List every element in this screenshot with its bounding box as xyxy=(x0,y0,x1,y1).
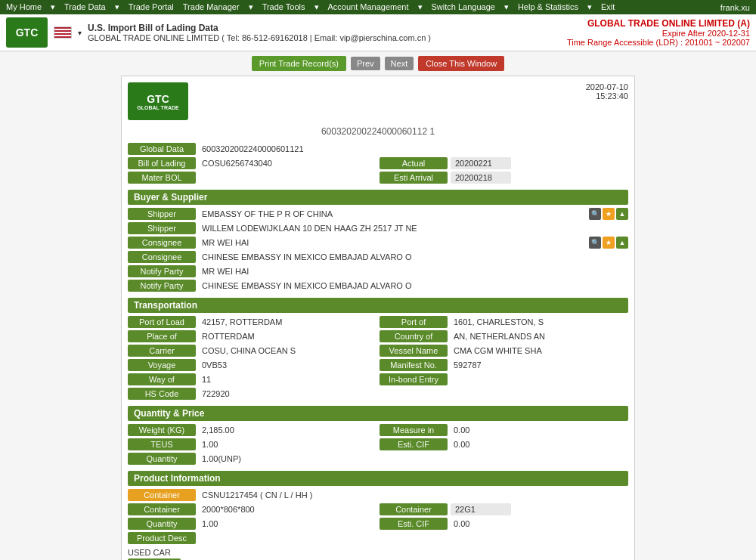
bill-of-lading-label: Bill of Lading xyxy=(128,157,196,169)
mater-bol-row: Mater BOL Esti Arrival 20200218 xyxy=(128,172,628,184)
container-label-3: Container xyxy=(380,503,448,515)
quantity-row: Quantity 1.00(UNP) xyxy=(128,453,628,465)
vessel-name-label: Vessel Name xyxy=(380,345,448,357)
vessel-right: Vessel Name CMA CGM WHITE SHA xyxy=(380,345,628,357)
flag-separator: ▾ xyxy=(78,29,82,37)
prod-qty-left: Quantity 1.00 xyxy=(128,518,376,530)
measure-in-value: 0.00 xyxy=(451,424,628,436)
up-icon-2[interactable]: ▲ xyxy=(616,237,628,249)
page-title: U.S. Import Bill of Lading Data xyxy=(88,23,431,33)
consignee-row-1: Consignee MR WEI HAI 🔍 ★ ▲ xyxy=(128,237,628,249)
container-row-2: Container 2000*806*800 Container 22G1 xyxy=(128,503,628,515)
nav-switch-language[interactable]: Switch Language xyxy=(432,2,495,12)
manifest-no-value: 592787 xyxy=(451,359,628,371)
close-button-top[interactable]: Close This Window xyxy=(418,56,504,71)
nav-separator4: ▾ xyxy=(314,2,319,12)
voyage-row: Voyage 0VB53 Manifest No. 592787 xyxy=(128,359,628,371)
consignee-label-1: Consignee xyxy=(128,237,196,249)
product-desc-label: Product Desc xyxy=(128,532,196,544)
company-info: GLOBAL TRADE ONLINE LIMITED ( Tel: 86-51… xyxy=(88,33,431,42)
carrier-label: Carrier xyxy=(128,345,196,357)
notify-party-label-2: Notify Party xyxy=(128,280,196,292)
nav-trade-tools[interactable]: Trade Tools xyxy=(262,2,305,12)
actual-value: 20200221 xyxy=(451,157,511,169)
consignee-label-2: Consignee xyxy=(128,251,196,263)
header-bar: GTC ▾ U.S. Import Bill of Lading Data GL… xyxy=(0,14,756,51)
right-expire: Expire After 2020-12-31 xyxy=(567,29,750,38)
place-left: Place of ROTTERDAM xyxy=(128,330,376,342)
actual-label: Actual xyxy=(380,157,448,169)
notify-party-value-1: MR WEI HAI xyxy=(199,265,628,277)
port-of-label: Port of xyxy=(380,316,448,328)
consignee-value-2: CHINESE EMBASSY IN MEXICO EMBAJAD ALVARO… xyxy=(199,251,628,263)
shipper-value-2: WILLEM LODEWIJKLAAN 10 DEN HAAG ZH 2517 … xyxy=(199,222,628,234)
nav-trade-portal[interactable]: Trade Portal xyxy=(129,2,174,12)
in-bond-right: In-bond Entry xyxy=(380,373,628,385)
esti-arrival-value: 20200218 xyxy=(451,172,511,184)
prod-esti-cif-value: 0.00 xyxy=(451,518,628,530)
prod-esti-cif-label: Esti. CIF xyxy=(380,518,448,530)
country-of-value: AN, NETHERLANDS AN xyxy=(451,330,628,342)
shipper-value-1: EMBASSY OF THE P R OF CHINA xyxy=(199,208,586,220)
right-range: Time Range Accessible (LDR) : 201001 ~ 2… xyxy=(567,38,750,47)
next-button-top[interactable]: Next xyxy=(385,57,414,70)
prod-qty-row: Quantity 1.00 Esti. CIF 0.00 xyxy=(128,518,628,530)
shipper-row-1: Shipper EMBASSY OF THE P R OF CHINA 🔍 ★ … xyxy=(128,208,628,220)
teus-label: TEUS xyxy=(128,438,196,450)
prod-quantity-value: 1.00 xyxy=(199,518,376,530)
star-icon-1[interactable]: ★ xyxy=(603,208,615,220)
mater-bol-right: Esti Arrival 20200218 xyxy=(380,172,628,184)
nav-account-management[interactable]: Account Management xyxy=(328,2,409,12)
voyage-value: 0VB53 xyxy=(199,359,376,371)
global-data-row: Global Data 6003202002240000601121 xyxy=(128,143,628,155)
teus-left: TEUS 1.00 xyxy=(128,438,376,450)
main-content: Print Trade Record(s) Prev Next Close Th… xyxy=(0,51,756,560)
search-icon-1[interactable]: 🔍 xyxy=(589,208,601,220)
in-bond-label: In-bond Entry xyxy=(380,373,448,385)
carrier-row: Carrier COSU, CHINA OCEAN S Vessel Name … xyxy=(128,345,628,357)
record-time-value: 15:23:40 xyxy=(586,91,628,101)
place-of-value: ROTTERDAM xyxy=(199,330,376,342)
nav-separator2: ▾ xyxy=(115,2,119,12)
prev-button-top[interactable]: Prev xyxy=(351,57,380,70)
mater-bol-left: Mater BOL xyxy=(128,172,376,184)
port-of-value: 1601, CHARLESTON, S xyxy=(451,316,628,328)
nav-my-home[interactable]: My Home xyxy=(6,2,42,12)
record-logo: GTC GLOBAL TRADE xyxy=(128,82,188,120)
quantity-label: Quantity xyxy=(128,453,196,465)
port-of-load-label: Port of Load xyxy=(128,316,196,328)
esti-cif-right: Esti. CIF 0.00 xyxy=(380,438,628,450)
record-date-value: 2020-07-10 xyxy=(586,82,628,91)
shipper-label-2: Shipper xyxy=(128,222,196,234)
in-bond-value xyxy=(451,378,628,381)
search-icon-2[interactable]: 🔍 xyxy=(589,237,601,249)
port-load-row: Port of Load 42157, ROTTERDAM Port of 16… xyxy=(128,316,628,328)
hs-code-label: HS Code xyxy=(128,388,196,400)
manifest-no-label: Manifest No. xyxy=(380,359,448,371)
logo-text: GTC xyxy=(16,26,39,39)
shipper-label-1: Shipper xyxy=(128,208,196,220)
way-row: Way of 11 In-bond Entry xyxy=(128,373,628,385)
nav-help-statistics[interactable]: Help & Statistics xyxy=(518,2,578,12)
container-left: Container 2000*806*800 xyxy=(128,503,376,515)
bill-of-lading-value: COSU6256743040 xyxy=(199,157,376,169)
print-button-top[interactable]: Print Trade Record(s) xyxy=(252,56,346,71)
weight-row: Weight (KG) 2,185.00 Measure in 0.00 xyxy=(128,424,628,436)
record-logo-text: GTC xyxy=(147,93,169,105)
prod-quantity-label: Quantity xyxy=(128,518,196,530)
nav-trade-manager[interactable]: Trade Manager xyxy=(183,2,240,12)
weight-left: Weight (KG) 2,185.00 xyxy=(128,424,376,436)
container-value-1: CSNU1217454 ( CN / L / HH ) xyxy=(199,489,628,501)
container-value-3: 22G1 xyxy=(451,503,511,515)
product-desc-row: Product Desc xyxy=(128,532,628,544)
logo: GTC xyxy=(6,17,48,48)
star-icon-2[interactable]: ★ xyxy=(603,237,615,249)
bol-right: Actual 20200221 xyxy=(380,157,628,169)
nav-trade-data[interactable]: Trade Data xyxy=(64,2,106,12)
nav-exit[interactable]: Exit xyxy=(601,2,615,12)
up-icon-1[interactable]: ▲ xyxy=(616,208,628,220)
record-number: 600320200224000060112 1 xyxy=(128,126,628,137)
way-of-label: Way of xyxy=(128,373,196,385)
teus-row: TEUS 1.00 Esti. CIF 0.00 xyxy=(128,438,628,450)
header-left: GTC ▾ U.S. Import Bill of Lading Data GL… xyxy=(6,17,431,48)
